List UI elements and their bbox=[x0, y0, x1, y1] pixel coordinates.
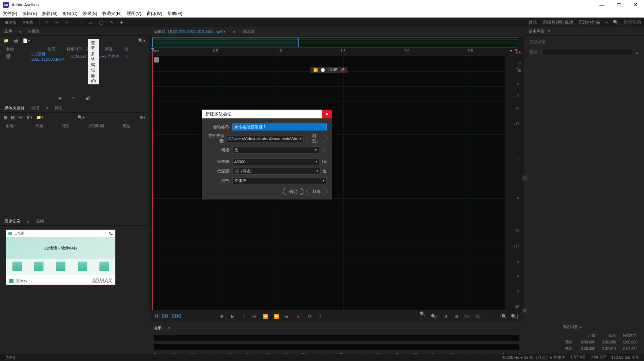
col-bit[interactable]: 位 bbox=[124, 46, 143, 52]
overview-ruler[interactable] bbox=[152, 37, 518, 48]
rewind-button[interactable]: ⏪ bbox=[262, 313, 269, 320]
loop-button[interactable]: ⟲ bbox=[306, 313, 313, 320]
zoom-out-icon[interactable]: 🔍- bbox=[431, 313, 438, 320]
tab-video[interactable]: 视频 bbox=[36, 218, 44, 224]
pause-button[interactable]: ⏸ bbox=[240, 313, 247, 320]
tool-time[interactable]: I bbox=[79, 19, 84, 26]
mb-icon3[interactable]: ≡▾ bbox=[18, 115, 23, 120]
skip-button[interactable]: ⤴ bbox=[317, 313, 324, 320]
delete-template-icon[interactable]: 🗑 bbox=[323, 148, 327, 152]
menu-edit[interactable]: 编辑(E) bbox=[22, 11, 37, 17]
tool-heal[interactable]: ✚ bbox=[118, 19, 125, 26]
goto-end-button[interactable]: ⏭ bbox=[284, 313, 291, 320]
menu-file[interactable]: 文件(F) bbox=[3, 11, 17, 17]
out-point-icon[interactable]: 🔍} bbox=[511, 313, 518, 320]
mb-settings-icon[interactable]: ⚙▾ bbox=[140, 115, 145, 120]
timecode[interactable]: 0:00.000 bbox=[155, 313, 181, 320]
loop-preview-button[interactable]: ⟲ bbox=[72, 96, 75, 100]
time-ruler[interactable]: hms 0.5 1.0 1.5 2.0 2.5 📍 ▼ bbox=[152, 49, 506, 56]
mcol-type[interactable]: 类型 bbox=[122, 123, 130, 129]
tab-files[interactable]: 文件 bbox=[4, 28, 12, 34]
mb-icon2[interactable]: ▤ bbox=[11, 115, 15, 120]
mb-icon1[interactable]: ▦ bbox=[4, 115, 7, 120]
open-file-icon[interactable]: 📁 bbox=[4, 38, 9, 43]
play-preview-button[interactable]: ▶ bbox=[59, 96, 62, 100]
cancel-button[interactable]: 取消 bbox=[306, 188, 327, 195]
marker-icon[interactable]: ▼ bbox=[509, 49, 513, 53]
playhead[interactable] bbox=[152, 49, 153, 310]
session-name-input[interactable] bbox=[232, 123, 327, 130]
mix-select[interactable]: 立体声▼ bbox=[232, 177, 327, 184]
menu-effects[interactable]: 效果(S) bbox=[83, 11, 97, 17]
forward-button[interactable]: ⏩ bbox=[273, 313, 280, 320]
in-point-icon[interactable]: {🔍 bbox=[500, 313, 507, 320]
tab-properties[interactable]: 属性 bbox=[54, 105, 62, 111]
tab-favorites[interactable]: 收藏夹 bbox=[28, 28, 40, 34]
mb-icon4[interactable]: 🗑▾ bbox=[26, 115, 33, 120]
zoom-full-icon[interactable]: ⊡ bbox=[442, 313, 449, 320]
browse-button[interactable]: 浏览... bbox=[306, 135, 327, 142]
menu-help[interactable]: 帮助(H) bbox=[167, 11, 182, 17]
workspace-more-icon[interactable]: » bbox=[605, 20, 608, 25]
workspace-radio[interactable]: 无线电作品 bbox=[578, 19, 600, 26]
preset-select[interactable] bbox=[541, 49, 632, 56]
new-file-icon[interactable]: 📄▾ bbox=[23, 38, 30, 43]
preset-menu-icon[interactable]: ⚏ bbox=[635, 50, 639, 55]
tab-markers[interactable]: 标记 bbox=[31, 105, 39, 111]
search-help-field[interactable]: 搜索帮助 bbox=[624, 19, 641, 26]
workspace-edit-audio-video[interactable]: 编辑音频到视频 bbox=[542, 19, 573, 26]
minimize-button[interactable]: — bbox=[594, 0, 610, 10]
mode-multitrack-button[interactable]: ≡ 多轨 bbox=[21, 19, 35, 26]
ok-button[interactable]: 确定 bbox=[283, 188, 303, 195]
col-duration[interactable]: 持续时间 bbox=[67, 46, 86, 52]
close-button[interactable]: ✕ bbox=[627, 0, 644, 10]
tool-lasso[interactable]: ◯ bbox=[97, 19, 106, 26]
multitrack-view-icon[interactable]: ⊞查看多轨编辑器 (0) bbox=[88, 38, 92, 43]
editor-tab[interactable]: 编辑器: QQ录屏20240823110508.mp4 ▾ bbox=[154, 29, 226, 34]
tool-slip[interactable]: ↔ bbox=[63, 19, 71, 26]
dialog-close-button[interactable]: ✕ bbox=[322, 110, 332, 118]
filter-search-icon[interactable]: 🔍▾ bbox=[138, 38, 145, 43]
tool-move[interactable]: ↖ bbox=[43, 19, 51, 26]
overview-handle[interactable] bbox=[152, 38, 299, 47]
menu-multitrack[interactable]: 多轨(M) bbox=[42, 11, 57, 17]
mb-search-icon[interactable]: 🔍▾ bbox=[77, 115, 85, 120]
bit-depth-select[interactable]: 32（浮点）▼ bbox=[232, 168, 321, 175]
tab-history[interactable]: 历史记录 bbox=[4, 218, 20, 224]
menu-clip[interactable]: 剪辑(C) bbox=[62, 11, 77, 17]
zoom-sel-icon[interactable]: ⊞ bbox=[452, 313, 460, 320]
essential-sound-tab[interactable]: 基本声音 bbox=[529, 29, 545, 33]
zoom-in-v-icon[interactable]: ⇅+ bbox=[463, 313, 471, 320]
mcol-name[interactable]: 名称 ↑ bbox=[6, 123, 17, 129]
record-file-icon[interactable]: 📹 bbox=[13, 38, 18, 43]
template-select[interactable]: 无▼ bbox=[232, 147, 319, 153]
play-button[interactable]: ▶ bbox=[229, 313, 236, 320]
workspace-default[interactable]: 默认 bbox=[529, 19, 537, 26]
menu-window[interactable]: 窗口(W) bbox=[147, 11, 162, 17]
tool-brush[interactable]: ✎ bbox=[108, 19, 115, 26]
autoplay-button[interactable]: 🔊 bbox=[86, 96, 91, 100]
menu-favorites[interactable]: 收藏夹(R) bbox=[102, 11, 122, 17]
col-channels[interactable]: 声道 bbox=[105, 46, 124, 52]
col-status[interactable]: 状态 bbox=[48, 46, 67, 52]
mcol-start[interactable]: 开始 bbox=[35, 123, 43, 129]
mode-waveform-button[interactable]: ⊞ 波形 bbox=[3, 19, 19, 26]
tool-razor[interactable]: ✂ bbox=[53, 19, 61, 26]
col-name[interactable]: 名称 ↑ bbox=[6, 46, 48, 52]
goto-start-button[interactable]: ⏮ bbox=[251, 313, 258, 320]
mcol-end[interactable]: 结束 bbox=[62, 123, 70, 129]
record-button[interactable]: ● bbox=[295, 313, 302, 320]
zoom-in-icon[interactable]: 🔍+ bbox=[420, 313, 427, 320]
sample-rate-select[interactable]: 48000▼ bbox=[232, 158, 320, 165]
mixer-tab[interactable]: 混音器 bbox=[243, 29, 255, 34]
zoom-out-v-icon[interactable]: ⇅- bbox=[474, 313, 482, 320]
mcol-dur[interactable]: 持续时间 bbox=[88, 123, 104, 129]
mb-icon5[interactable]: 📁▾ bbox=[36, 115, 43, 120]
search-icon[interactable]: 🔍 bbox=[613, 20, 618, 25]
stop-button[interactable]: ■ bbox=[218, 313, 225, 320]
history-thumbnail[interactable]: 三维家📞 3D溜溜 - 软件中心 3DMax3DMAX bbox=[6, 229, 115, 285]
hud-gain[interactable]: 📶 🕐 +0 dB 📌 bbox=[310, 67, 348, 73]
menu-view[interactable]: 视图(V) bbox=[127, 11, 141, 17]
pin-hud-icon[interactable]: 📌 bbox=[340, 68, 345, 72]
tab-media-browser[interactable]: 媒体浏览器 bbox=[4, 105, 24, 111]
